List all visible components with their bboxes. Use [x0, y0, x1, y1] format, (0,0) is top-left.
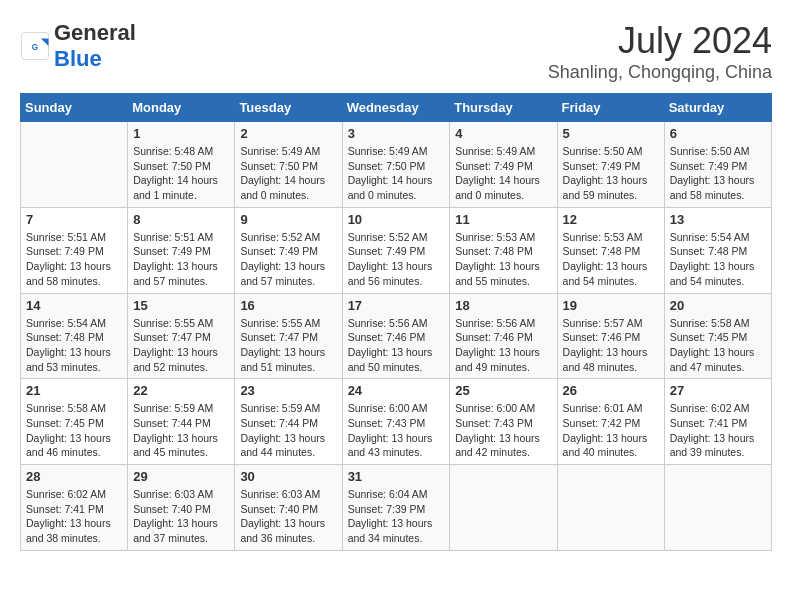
- day-info: Sunrise: 5:55 AMSunset: 7:47 PMDaylight:…: [240, 316, 336, 375]
- day-number: 30: [240, 469, 336, 484]
- calendar-cell: 2Sunrise: 5:49 AMSunset: 7:50 PMDaylight…: [235, 122, 342, 208]
- calendar-cell: 27Sunrise: 6:02 AMSunset: 7:41 PMDayligh…: [664, 379, 771, 465]
- weekday-header-thursday: Thursday: [450, 94, 557, 122]
- calendar-cell: 30Sunrise: 6:03 AMSunset: 7:40 PMDayligh…: [235, 465, 342, 551]
- day-info: Sunrise: 6:03 AMSunset: 7:40 PMDaylight:…: [133, 487, 229, 546]
- calendar-cell: 9Sunrise: 5:52 AMSunset: 7:49 PMDaylight…: [235, 207, 342, 293]
- calendar-cell: 17Sunrise: 5:56 AMSunset: 7:46 PMDayligh…: [342, 293, 450, 379]
- day-info: Sunrise: 5:53 AMSunset: 7:48 PMDaylight:…: [563, 230, 659, 289]
- calendar-cell: 26Sunrise: 6:01 AMSunset: 7:42 PMDayligh…: [557, 379, 664, 465]
- weekday-header-saturday: Saturday: [664, 94, 771, 122]
- calendar-cell: [664, 465, 771, 551]
- calendar-cell: [557, 465, 664, 551]
- day-number: 18: [455, 298, 551, 313]
- day-info: Sunrise: 5:50 AMSunset: 7:49 PMDaylight:…: [563, 144, 659, 203]
- calendar-cell: 3Sunrise: 5:49 AMSunset: 7:50 PMDaylight…: [342, 122, 450, 208]
- day-info: Sunrise: 5:52 AMSunset: 7:49 PMDaylight:…: [240, 230, 336, 289]
- calendar-table: SundayMondayTuesdayWednesdayThursdayFrid…: [20, 93, 772, 551]
- calendar-week-1: 1Sunrise: 5:48 AMSunset: 7:50 PMDaylight…: [21, 122, 772, 208]
- day-number: 29: [133, 469, 229, 484]
- day-number: 2: [240, 126, 336, 141]
- logo-blue-text: Blue: [54, 46, 102, 71]
- day-number: 9: [240, 212, 336, 227]
- logo-general-text: General: [54, 20, 136, 45]
- day-number: 17: [348, 298, 445, 313]
- calendar-week-3: 14Sunrise: 5:54 AMSunset: 7:48 PMDayligh…: [21, 293, 772, 379]
- day-info: Sunrise: 5:49 AMSunset: 7:49 PMDaylight:…: [455, 144, 551, 203]
- day-info: Sunrise: 5:57 AMSunset: 7:46 PMDaylight:…: [563, 316, 659, 375]
- day-number: 13: [670, 212, 766, 227]
- month-year-title: July 2024: [548, 20, 772, 62]
- day-info: Sunrise: 5:53 AMSunset: 7:48 PMDaylight:…: [455, 230, 551, 289]
- day-number: 20: [670, 298, 766, 313]
- day-number: 28: [26, 469, 122, 484]
- day-number: 11: [455, 212, 551, 227]
- day-info: Sunrise: 5:48 AMSunset: 7:50 PMDaylight:…: [133, 144, 229, 203]
- calendar-cell: 8Sunrise: 5:51 AMSunset: 7:49 PMDaylight…: [128, 207, 235, 293]
- day-info: Sunrise: 6:01 AMSunset: 7:42 PMDaylight:…: [563, 401, 659, 460]
- day-number: 12: [563, 212, 659, 227]
- logo: G General Blue: [20, 20, 136, 72]
- day-number: 6: [670, 126, 766, 141]
- calendar-cell: 24Sunrise: 6:00 AMSunset: 7:43 PMDayligh…: [342, 379, 450, 465]
- calendar-cell: 4Sunrise: 5:49 AMSunset: 7:49 PMDaylight…: [450, 122, 557, 208]
- calendar-week-5: 28Sunrise: 6:02 AMSunset: 7:41 PMDayligh…: [21, 465, 772, 551]
- day-number: 27: [670, 383, 766, 398]
- day-number: 1: [133, 126, 229, 141]
- day-info: Sunrise: 5:55 AMSunset: 7:47 PMDaylight:…: [133, 316, 229, 375]
- calendar-cell: 19Sunrise: 5:57 AMSunset: 7:46 PMDayligh…: [557, 293, 664, 379]
- logo-icon: G: [20, 31, 50, 61]
- calendar-cell: 1Sunrise: 5:48 AMSunset: 7:50 PMDaylight…: [128, 122, 235, 208]
- calendar-cell: [21, 122, 128, 208]
- day-number: 10: [348, 212, 445, 227]
- day-info: Sunrise: 5:54 AMSunset: 7:48 PMDaylight:…: [26, 316, 122, 375]
- calendar-cell: 5Sunrise: 5:50 AMSunset: 7:49 PMDaylight…: [557, 122, 664, 208]
- weekday-header-wednesday: Wednesday: [342, 94, 450, 122]
- calendar-cell: 21Sunrise: 5:58 AMSunset: 7:45 PMDayligh…: [21, 379, 128, 465]
- day-info: Sunrise: 5:56 AMSunset: 7:46 PMDaylight:…: [455, 316, 551, 375]
- day-number: 14: [26, 298, 122, 313]
- title-block: July 2024 Shanling, Chongqing, China: [548, 20, 772, 83]
- calendar-cell: 29Sunrise: 6:03 AMSunset: 7:40 PMDayligh…: [128, 465, 235, 551]
- day-number: 26: [563, 383, 659, 398]
- weekday-header-monday: Monday: [128, 94, 235, 122]
- day-info: Sunrise: 5:58 AMSunset: 7:45 PMDaylight:…: [26, 401, 122, 460]
- calendar-week-4: 21Sunrise: 5:58 AMSunset: 7:45 PMDayligh…: [21, 379, 772, 465]
- day-number: 31: [348, 469, 445, 484]
- day-number: 5: [563, 126, 659, 141]
- day-number: 7: [26, 212, 122, 227]
- day-info: Sunrise: 5:51 AMSunset: 7:49 PMDaylight:…: [133, 230, 229, 289]
- calendar-cell: 11Sunrise: 5:53 AMSunset: 7:48 PMDayligh…: [450, 207, 557, 293]
- calendar-cell: 22Sunrise: 5:59 AMSunset: 7:44 PMDayligh…: [128, 379, 235, 465]
- calendar-cell: 16Sunrise: 5:55 AMSunset: 7:47 PMDayligh…: [235, 293, 342, 379]
- calendar-cell: [450, 465, 557, 551]
- calendar-cell: 28Sunrise: 6:02 AMSunset: 7:41 PMDayligh…: [21, 465, 128, 551]
- svg-text:G: G: [32, 43, 38, 52]
- day-info: Sunrise: 5:52 AMSunset: 7:49 PMDaylight:…: [348, 230, 445, 289]
- day-number: 3: [348, 126, 445, 141]
- day-number: 25: [455, 383, 551, 398]
- day-info: Sunrise: 5:56 AMSunset: 7:46 PMDaylight:…: [348, 316, 445, 375]
- day-number: 8: [133, 212, 229, 227]
- calendar-cell: 14Sunrise: 5:54 AMSunset: 7:48 PMDayligh…: [21, 293, 128, 379]
- day-info: Sunrise: 6:03 AMSunset: 7:40 PMDaylight:…: [240, 487, 336, 546]
- day-info: Sunrise: 5:59 AMSunset: 7:44 PMDaylight:…: [133, 401, 229, 460]
- calendar-cell: 31Sunrise: 6:04 AMSunset: 7:39 PMDayligh…: [342, 465, 450, 551]
- calendar-cell: 18Sunrise: 5:56 AMSunset: 7:46 PMDayligh…: [450, 293, 557, 379]
- calendar-cell: 12Sunrise: 5:53 AMSunset: 7:48 PMDayligh…: [557, 207, 664, 293]
- day-number: 23: [240, 383, 336, 398]
- calendar-cell: 25Sunrise: 6:00 AMSunset: 7:43 PMDayligh…: [450, 379, 557, 465]
- calendar-cell: 23Sunrise: 5:59 AMSunset: 7:44 PMDayligh…: [235, 379, 342, 465]
- calendar-cell: 15Sunrise: 5:55 AMSunset: 7:47 PMDayligh…: [128, 293, 235, 379]
- calendar-cell: 6Sunrise: 5:50 AMSunset: 7:49 PMDaylight…: [664, 122, 771, 208]
- weekday-header-friday: Friday: [557, 94, 664, 122]
- weekday-header-sunday: Sunday: [21, 94, 128, 122]
- day-number: 22: [133, 383, 229, 398]
- day-info: Sunrise: 5:59 AMSunset: 7:44 PMDaylight:…: [240, 401, 336, 460]
- calendar-cell: 20Sunrise: 5:58 AMSunset: 7:45 PMDayligh…: [664, 293, 771, 379]
- day-info: Sunrise: 5:54 AMSunset: 7:48 PMDaylight:…: [670, 230, 766, 289]
- day-info: Sunrise: 6:02 AMSunset: 7:41 PMDaylight:…: [26, 487, 122, 546]
- calendar-week-2: 7Sunrise: 5:51 AMSunset: 7:49 PMDaylight…: [21, 207, 772, 293]
- day-number: 15: [133, 298, 229, 313]
- day-info: Sunrise: 6:04 AMSunset: 7:39 PMDaylight:…: [348, 487, 445, 546]
